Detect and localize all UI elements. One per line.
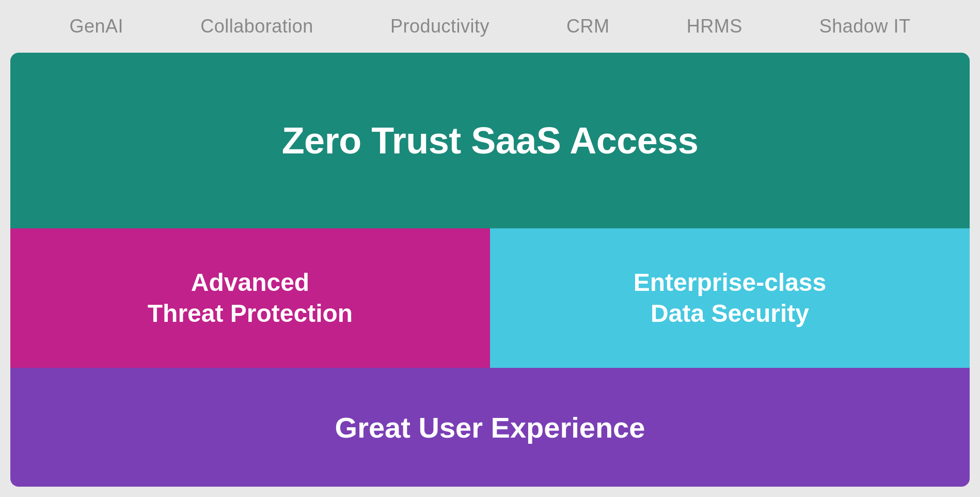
nav-collaboration[interactable]: Collaboration xyxy=(200,15,313,37)
user-experience-section: Great User Experience xyxy=(10,368,970,487)
user-experience-title: Great User Experience xyxy=(335,411,645,444)
threat-protection-section: AdvancedThreat Protection xyxy=(10,228,490,368)
zero-trust-title: Zero Trust SaaS Access xyxy=(282,119,699,162)
zero-trust-section: Zero Trust SaaS Access xyxy=(10,53,970,228)
threat-protection-title: AdvancedThreat Protection xyxy=(148,267,353,329)
header-nav: GenAI Collaboration Productivity CRM HRM… xyxy=(0,0,980,53)
nav-productivity[interactable]: Productivity xyxy=(390,15,489,37)
nav-crm[interactable]: CRM xyxy=(566,15,609,37)
nav-hrms[interactable]: HRMS xyxy=(687,15,742,37)
nav-genai[interactable]: GenAI xyxy=(70,15,124,37)
main-container: Zero Trust SaaS Access AdvancedThreat Pr… xyxy=(10,53,970,487)
middle-section: AdvancedThreat Protection Enterprise-cla… xyxy=(10,228,970,368)
data-security-section: Enterprise-classData Security xyxy=(490,228,970,368)
data-security-title: Enterprise-classData Security xyxy=(634,267,827,329)
nav-shadow-it[interactable]: Shadow IT xyxy=(819,15,911,37)
